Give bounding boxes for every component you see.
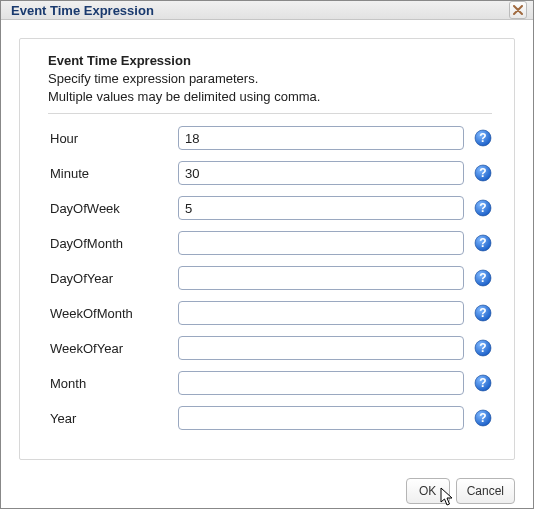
form-row-minute: Minute? (48, 161, 492, 185)
close-icon (513, 5, 523, 15)
input-dayofmonth[interactable] (178, 231, 464, 255)
form-row-dayofweek: DayOfWeek? (48, 196, 492, 220)
form-row-hour: Hour? (48, 126, 492, 150)
svg-text:?: ? (479, 236, 486, 250)
form-row-year: Year? (48, 406, 492, 430)
section-description: Specify time expression parameters. Mult… (48, 70, 492, 105)
content-area: Event Time Expression Specify time expre… (1, 20, 533, 478)
svg-text:?: ? (479, 306, 486, 320)
section-title: Event Time Expression (48, 53, 492, 68)
close-button[interactable] (509, 1, 527, 19)
svg-text:?: ? (479, 376, 486, 390)
help-icon[interactable]: ? (474, 129, 492, 147)
label-hour: Hour (48, 131, 178, 146)
svg-text:?: ? (479, 341, 486, 355)
help-icon[interactable]: ? (474, 234, 492, 252)
input-year[interactable] (178, 406, 464, 430)
cancel-button[interactable]: Cancel (456, 478, 515, 504)
label-dayofyear: DayOfYear (48, 271, 178, 286)
input-weekofmonth[interactable] (178, 301, 464, 325)
svg-text:?: ? (479, 271, 486, 285)
input-minute[interactable] (178, 161, 464, 185)
label-year: Year (48, 411, 178, 426)
button-bar: OK Cancel (1, 478, 533, 509)
form-row-month: Month? (48, 371, 492, 395)
form-row-dayofyear: DayOfYear? (48, 266, 492, 290)
svg-text:?: ? (479, 411, 486, 425)
form-row-weekofyear: WeekOfYear? (48, 336, 492, 360)
input-month[interactable] (178, 371, 464, 395)
svg-text:?: ? (479, 166, 486, 180)
help-icon[interactable]: ? (474, 164, 492, 182)
label-month: Month (48, 376, 178, 391)
titlebar: Event Time Expression (1, 1, 533, 20)
input-dayofweek[interactable] (178, 196, 464, 220)
help-icon[interactable]: ? (474, 199, 492, 217)
label-weekofmonth: WeekOfMonth (48, 306, 178, 321)
label-dayofmonth: DayOfMonth (48, 236, 178, 251)
form-rows: Hour?Minute?DayOfWeek?DayOfMonth?DayOfYe… (48, 126, 492, 430)
help-icon[interactable]: ? (474, 409, 492, 427)
ok-button[interactable]: OK (406, 478, 450, 504)
svg-text:?: ? (479, 201, 486, 215)
form-row-dayofmonth: DayOfMonth? (48, 231, 492, 255)
dialog-title: Event Time Expression (11, 3, 509, 18)
inner-panel: Event Time Expression Specify time expre… (19, 38, 515, 460)
input-dayofyear[interactable] (178, 266, 464, 290)
help-icon[interactable]: ? (474, 374, 492, 392)
help-icon[interactable]: ? (474, 304, 492, 322)
input-weekofyear[interactable] (178, 336, 464, 360)
section-desc-line1: Specify time expression parameters. (48, 71, 258, 86)
section-desc-line2: Multiple values may be delimited using c… (48, 89, 320, 104)
svg-text:?: ? (479, 131, 486, 145)
input-hour[interactable] (178, 126, 464, 150)
form-row-weekofmonth: WeekOfMonth? (48, 301, 492, 325)
help-icon[interactable]: ? (474, 339, 492, 357)
section-header: Event Time Expression Specify time expre… (48, 53, 492, 114)
help-icon[interactable]: ? (474, 269, 492, 287)
label-weekofyear: WeekOfYear (48, 341, 178, 356)
label-dayofweek: DayOfWeek (48, 201, 178, 216)
label-minute: Minute (48, 166, 178, 181)
dialog-window: Event Time Expression Event Time Express… (0, 0, 534, 509)
